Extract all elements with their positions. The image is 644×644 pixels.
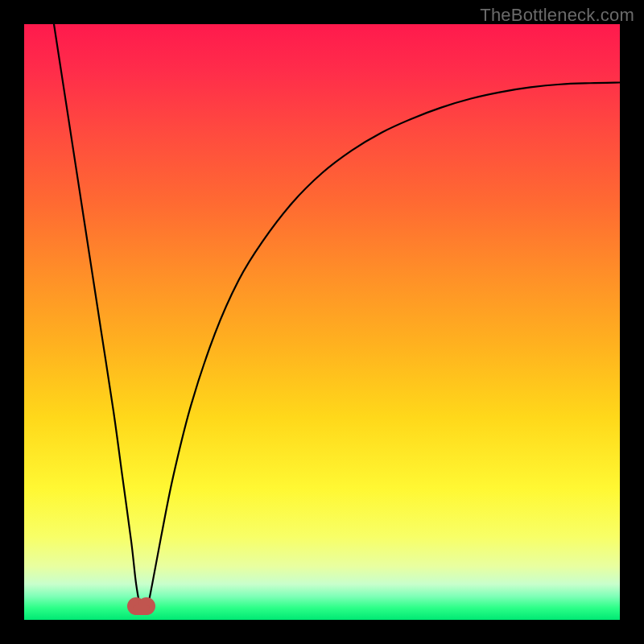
- plot-area: [24, 24, 620, 620]
- highlight-bridge: [133, 605, 150, 615]
- bottleneck-curve: [24, 24, 620, 620]
- watermark-text: TheBottleneck.com: [480, 5, 634, 26]
